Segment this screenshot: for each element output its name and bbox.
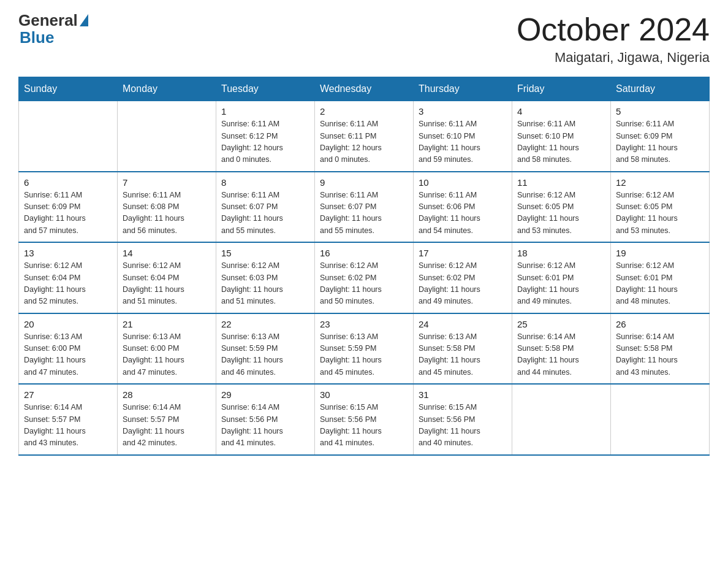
calendar-cell: 2Sunrise: 6:11 AM Sunset: 6:11 PM Daylig… [315,101,414,172]
calendar-cell: 9Sunrise: 6:11 AM Sunset: 6:07 PM Daylig… [315,172,414,243]
day-number: 28 [123,389,211,400]
calendar-cell: 22Sunrise: 6:13 AM Sunset: 5:59 PM Dayli… [216,313,315,385]
column-header-monday: Monday [118,77,216,101]
calendar-cell: 16Sunrise: 6:12 AM Sunset: 6:02 PM Dayli… [315,242,414,313]
week-row: 6Sunrise: 6:11 AM Sunset: 6:09 PM Daylig… [19,172,710,243]
day-info: Sunrise: 6:12 AM Sunset: 6:02 PM Dayligh… [419,260,507,308]
logo-blue-text: Blue [20,28,54,47]
day-info: Sunrise: 6:13 AM Sunset: 5:59 PM Dayligh… [320,331,408,379]
calendar-cell: 14Sunrise: 6:12 AM Sunset: 6:04 PM Dayli… [118,242,216,313]
day-number: 5 [616,106,704,117]
calendar-cell: 28Sunrise: 6:14 AM Sunset: 5:57 PM Dayli… [118,384,216,455]
calendar-cell: 13Sunrise: 6:12 AM Sunset: 6:04 PM Dayli… [19,242,118,313]
day-number: 16 [320,248,408,258]
day-number: 27 [24,389,112,400]
calendar-cell: 20Sunrise: 6:13 AM Sunset: 6:00 PM Dayli… [19,313,118,385]
calendar-cell: 27Sunrise: 6:14 AM Sunset: 5:57 PM Dayli… [19,384,118,455]
calendar-subtitle: Maigatari, Jigawa, Nigeria [517,50,710,66]
column-header-thursday: Thursday [414,77,512,101]
logo-triangle-icon [80,14,88,26]
day-info: Sunrise: 6:14 AM Sunset: 5:58 PM Dayligh… [517,331,605,379]
calendar-cell [19,101,118,172]
day-info: Sunrise: 6:12 AM Sunset: 6:01 PM Dayligh… [616,260,704,308]
calendar-cell: 5Sunrise: 6:11 AM Sunset: 6:09 PM Daylig… [611,101,710,172]
day-info: Sunrise: 6:15 AM Sunset: 5:56 PM Dayligh… [419,402,507,450]
day-info: Sunrise: 6:11 AM Sunset: 6:11 PM Dayligh… [320,118,408,166]
day-number: 14 [123,248,211,258]
day-number: 1 [221,106,309,117]
day-number: 15 [221,248,309,258]
day-number: 17 [419,248,507,258]
calendar-cell: 11Sunrise: 6:12 AM Sunset: 6:05 PM Dayli… [512,172,611,243]
calendar-cell: 17Sunrise: 6:12 AM Sunset: 6:02 PM Dayli… [414,242,512,313]
day-info: Sunrise: 6:11 AM Sunset: 6:10 PM Dayligh… [517,118,605,166]
day-info: Sunrise: 6:12 AM Sunset: 6:05 PM Dayligh… [616,190,704,237]
calendar-cell: 8Sunrise: 6:11 AM Sunset: 6:07 PM Daylig… [216,172,315,243]
day-number: 13 [24,248,112,258]
calendar-body: 1Sunrise: 6:11 AM Sunset: 6:12 PM Daylig… [19,101,710,455]
calendar-cell [611,384,710,455]
column-header-tuesday: Tuesday [216,77,315,101]
calendar-cell: 1Sunrise: 6:11 AM Sunset: 6:12 PM Daylig… [216,101,315,172]
day-number: 12 [616,177,704,188]
day-info: Sunrise: 6:11 AM Sunset: 6:08 PM Dayligh… [123,190,211,237]
calendar-cell: 18Sunrise: 6:12 AM Sunset: 6:01 PM Dayli… [512,242,611,313]
calendar-cell: 10Sunrise: 6:11 AM Sunset: 6:06 PM Dayli… [414,172,512,243]
day-number: 18 [517,248,605,258]
column-header-wednesday: Wednesday [315,77,414,101]
calendar-cell: 24Sunrise: 6:13 AM Sunset: 5:58 PM Dayli… [414,313,512,385]
week-row: 1Sunrise: 6:11 AM Sunset: 6:12 PM Daylig… [19,101,710,172]
day-info: Sunrise: 6:11 AM Sunset: 6:06 PM Dayligh… [419,190,507,237]
day-number: 25 [517,319,605,329]
week-row: 20Sunrise: 6:13 AM Sunset: 6:00 PM Dayli… [19,313,710,385]
day-info: Sunrise: 6:13 AM Sunset: 5:59 PM Dayligh… [221,331,309,379]
day-info: Sunrise: 6:12 AM Sunset: 6:05 PM Dayligh… [517,190,605,237]
day-info: Sunrise: 6:12 AM Sunset: 6:04 PM Dayligh… [24,260,112,308]
day-number: 23 [320,319,408,329]
day-info: Sunrise: 6:15 AM Sunset: 5:56 PM Dayligh… [320,402,408,450]
calendar-cell: 29Sunrise: 6:14 AM Sunset: 5:56 PM Dayli… [216,384,315,455]
day-number: 2 [320,106,408,117]
day-info: Sunrise: 6:14 AM Sunset: 5:57 PM Dayligh… [123,402,211,450]
calendar-cell: 6Sunrise: 6:11 AM Sunset: 6:09 PM Daylig… [19,172,118,243]
calendar-header: SundayMondayTuesdayWednesdayThursdayFrid… [19,77,710,101]
day-number: 7 [123,177,211,188]
day-info: Sunrise: 6:12 AM Sunset: 6:01 PM Dayligh… [517,260,605,308]
day-info: Sunrise: 6:11 AM Sunset: 6:10 PM Dayligh… [419,118,507,166]
calendar-table: SundayMondayTuesdayWednesdayThursdayFrid… [18,77,710,456]
day-info: Sunrise: 6:13 AM Sunset: 6:00 PM Dayligh… [24,331,112,379]
day-info: Sunrise: 6:13 AM Sunset: 5:58 PM Dayligh… [419,331,507,379]
day-number: 21 [123,319,211,329]
logo: General Blue [18,12,88,47]
day-number: 24 [419,319,507,329]
day-number: 22 [221,319,309,329]
calendar-cell: 4Sunrise: 6:11 AM Sunset: 6:10 PM Daylig… [512,101,611,172]
page-header: General Blue October 2024 Maigatari, Jig… [18,12,710,66]
day-info: Sunrise: 6:14 AM Sunset: 5:57 PM Dayligh… [24,402,112,450]
day-number: 11 [517,177,605,188]
calendar-cell [118,101,216,172]
calendar-cell: 30Sunrise: 6:15 AM Sunset: 5:56 PM Dayli… [315,384,414,455]
calendar-title: October 2024 [517,12,710,47]
day-info: Sunrise: 6:12 AM Sunset: 6:03 PM Dayligh… [221,260,309,308]
day-info: Sunrise: 6:13 AM Sunset: 6:00 PM Dayligh… [123,331,211,379]
day-info: Sunrise: 6:14 AM Sunset: 5:58 PM Dayligh… [616,331,704,379]
day-info: Sunrise: 6:11 AM Sunset: 6:09 PM Dayligh… [24,190,112,237]
day-number: 29 [221,389,309,400]
day-number: 4 [517,106,605,117]
calendar-cell [512,384,611,455]
logo-general-text: General [18,12,78,28]
week-row: 13Sunrise: 6:12 AM Sunset: 6:04 PM Dayli… [19,242,710,313]
calendar-cell: 25Sunrise: 6:14 AM Sunset: 5:58 PM Dayli… [512,313,611,385]
day-info: Sunrise: 6:11 AM Sunset: 6:07 PM Dayligh… [320,190,408,237]
calendar-cell: 12Sunrise: 6:12 AM Sunset: 6:05 PM Dayli… [611,172,710,243]
calendar-cell: 21Sunrise: 6:13 AM Sunset: 6:00 PM Dayli… [118,313,216,385]
column-header-saturday: Saturday [611,77,710,101]
day-info: Sunrise: 6:11 AM Sunset: 6:09 PM Dayligh… [616,118,704,166]
day-info: Sunrise: 6:11 AM Sunset: 6:12 PM Dayligh… [221,118,309,166]
day-number: 9 [320,177,408,188]
day-number: 30 [320,389,408,400]
column-header-friday: Friday [512,77,611,101]
day-number: 8 [221,177,309,188]
day-number: 20 [24,319,112,329]
